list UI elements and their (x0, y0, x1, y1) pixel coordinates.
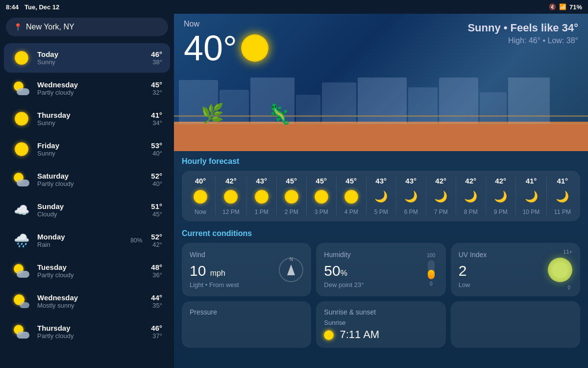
hourly-item[interactable]: 42° 🌙 9 PM (486, 177, 516, 215)
uv-desc: Low (459, 281, 572, 289)
forecast-item[interactable]: Saturday Partly cloudy 52° 40° (4, 165, 170, 194)
hourly-time: 2 PM (285, 209, 298, 215)
forecast-day: Wednesday (37, 80, 145, 89)
hourly-item[interactable]: 45° 3 PM (307, 177, 337, 215)
hourly-scroll[interactable]: 40° Now 42° 12 PM 43° 1 PM 45° 2 PM 45° … (182, 171, 580, 221)
forecast-item[interactable]: 🌧️ Monday Rain 80% 52° 42° (4, 226, 170, 255)
hourly-time: 11 PM (554, 209, 571, 215)
sun-icon (15, 112, 28, 126)
forecast-low: 42° (151, 241, 162, 248)
forecast-icon (12, 261, 31, 281)
hourly-night-icon: 🌙 (525, 190, 538, 203)
forecast-desc: Mostly sunny (37, 302, 145, 309)
hourly-time: 12 PM (222, 209, 240, 215)
forecast-high: 46° (151, 50, 162, 58)
forecast-info: Wednesday Mostly sunny (37, 293, 145, 309)
forecast-temps: 53° 40° (151, 141, 162, 157)
location-name: New York, NY (26, 23, 74, 31)
hourly-icon-container (223, 189, 239, 205)
hourly-item[interactable]: 40° Now (186, 177, 216, 215)
forecast-temps: 44° 35° (151, 293, 162, 309)
forecast-desc: Rain (37, 241, 122, 248)
hourly-item[interactable]: 41° 🌙 11 PM (547, 177, 578, 215)
hourly-temp: 43° (375, 177, 387, 185)
humidity-unit: % (341, 269, 347, 277)
forecast-temps: 48° 36° (151, 263, 162, 279)
hourly-item[interactable]: 42° 🌙 8 PM (456, 177, 486, 215)
compass-arrow (287, 264, 295, 275)
hourly-icon-container (284, 189, 299, 205)
forecast-high: 52° (151, 233, 162, 241)
humidity-card: Humidity 50% Dew point 23° 100 0 (316, 243, 445, 296)
humidity-dewpoint: Dew point 23° (324, 281, 438, 289)
hourly-item[interactable]: 45° 2 PM (277, 177, 307, 215)
partly-cloudy-icon (14, 173, 29, 186)
hourly-item[interactable]: 42° 12 PM (216, 177, 247, 215)
forecast-icon (12, 109, 31, 129)
forecast-low: 37° (151, 332, 162, 340)
hourly-icon-container (193, 189, 208, 205)
hourly-icon-container: 🌙 (555, 189, 570, 205)
hourly-time: 8 PM (464, 209, 478, 215)
forecast-item[interactable]: Wednesday Mostly sunny 44° 35° (4, 287, 170, 316)
forecast-item[interactable]: Thursday Partly cloudy 46° 37° (4, 317, 170, 346)
forecast-temps: 46° 38° (151, 50, 162, 66)
forecast-item[interactable]: Thursday Sunny 41° 34° (4, 104, 170, 133)
hourly-item[interactable]: 43° 🌙 5 PM (367, 177, 396, 215)
humidity-label: Humidity (324, 251, 438, 259)
hourly-temp: 42° (225, 177, 237, 185)
bottom-cards: Pressure Sunrise & sunset Sunrise 7:11 A… (182, 301, 580, 348)
humidity-value: 50% (324, 263, 438, 279)
wind-unit: mph (210, 269, 225, 277)
location-bar[interactable]: 📍 New York, NY (6, 18, 168, 36)
compass-n-label: N (290, 257, 293, 262)
forecast-item[interactable]: Today Sunny 46° 38° (4, 43, 170, 73)
mostly-sunny-icon (14, 294, 29, 308)
hourly-item[interactable]: 43° 🌙 6 PM (396, 177, 426, 215)
hourly-item[interactable]: 45° 4 PM (337, 177, 367, 215)
forecast-temps: 51° 45° (151, 202, 162, 218)
location-icon: 📍 (14, 23, 22, 31)
cloudy-icon: ☁️ (14, 203, 29, 218)
forecast-icon (12, 139, 31, 159)
forecast-list: Today Sunny 46° 38° Wednesday Partly clo… (0, 40, 174, 368)
forecast-temps: 46° 37° (151, 324, 162, 340)
humidity-bar-track (428, 260, 435, 279)
hourly-icon-container: 🌙 (493, 189, 509, 205)
forecast-day: Sunday (37, 202, 145, 210)
hourly-title: Hourly forecast (182, 157, 580, 166)
wind-compass: N (279, 258, 303, 282)
forecast-item[interactable]: ☁️ Sunday Cloudy 51° 45° (4, 195, 170, 225)
forecast-low: 38° (151, 58, 162, 66)
hourly-temp: 43° (256, 177, 267, 185)
uv-card: UV Index 2 Low 11+ 0 (451, 243, 580, 296)
forecast-high: 41° (151, 111, 162, 119)
forecast-desc: Partly cloudy (37, 180, 145, 187)
forecast-day: Thursday (37, 324, 145, 332)
hourly-item[interactable]: 42° 🌙 7 PM (426, 177, 456, 215)
uv-scale-bot: 0 (567, 285, 570, 290)
hourly-sun-icon (344, 190, 358, 204)
forecast-icon (12, 79, 31, 98)
hourly-item[interactable]: 41° 🌙 10 PM (516, 177, 547, 215)
forecast-item[interactable]: Tuesday Partly cloudy 48° 36° (4, 256, 170, 286)
partly-cloudy-icon (14, 81, 29, 95)
hourly-temp: 45° (286, 177, 297, 185)
hourly-time: 4 PM (344, 209, 358, 215)
forecast-low: 40° (151, 180, 162, 187)
hourly-night-icon: 🌙 (404, 190, 417, 203)
status-bar: 8:44 Tue, Dec 12 🔇 📶 71% (0, 0, 588, 14)
forecast-desc: Partly cloudy (37, 89, 145, 96)
hourly-time: 7 PM (434, 209, 448, 215)
forecast-high: 45° (151, 80, 162, 89)
forecast-item[interactable]: Friday Sunny 53° 40° (4, 134, 170, 164)
hourly-icon-container: 🌙 (433, 189, 449, 205)
hourly-item[interactable]: 43° 1 PM (247, 177, 277, 215)
forecast-item[interactable]: Wednesday Partly cloudy 45° 32° (4, 74, 170, 103)
forecast-temps: 41° 34° (151, 111, 162, 127)
forecast-icon: 🌧️ (12, 231, 31, 250)
hourly-icon-container: 🌙 (523, 189, 539, 205)
hourly-temp: 45° (345, 177, 357, 185)
hourly-night-icon: 🌙 (494, 190, 507, 203)
forecast-high: 53° (151, 141, 162, 150)
